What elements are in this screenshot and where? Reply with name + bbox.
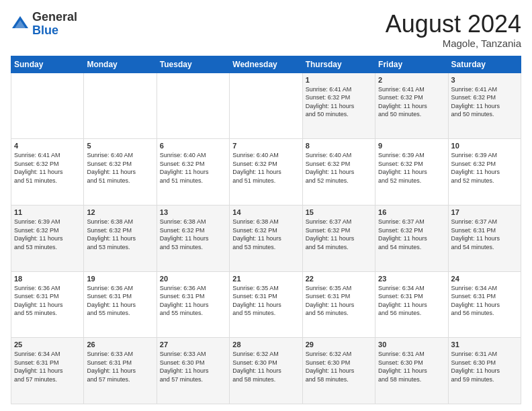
calendar-cell: 5Sunrise: 6:40 AM Sunset: 6:32 PM Daylig… — [84, 139, 157, 205]
day-number: 8 — [306, 142, 372, 150]
calendar-cell: 31Sunrise: 6:31 AM Sunset: 6:30 PM Dayli… — [448, 338, 521, 404]
calendar-week-4: 25Sunrise: 6:34 AM Sunset: 6:31 PM Dayli… — [11, 338, 521, 404]
day-info: Sunrise: 6:35 AM Sunset: 6:31 PM Dayligh… — [232, 284, 299, 318]
day-info: Sunrise: 6:34 AM Sunset: 6:31 PM Dayligh… — [378, 284, 445, 318]
calendar-table: SundayMondayTuesdayWednesdayThursdayFrid… — [11, 56, 521, 404]
logo-icon — [11, 15, 30, 34]
calendar-cell: 28Sunrise: 6:32 AM Sunset: 6:30 PM Dayli… — [230, 338, 302, 404]
calendar-cell: 15Sunrise: 6:37 AM Sunset: 6:32 PM Dayli… — [302, 205, 375, 271]
day-info: Sunrise: 6:31 AM Sunset: 6:30 PM Dayligh… — [378, 350, 445, 383]
day-info: Sunrise: 6:32 AM Sunset: 6:30 PM Dayligh… — [232, 350, 299, 383]
day-number: 27 — [160, 340, 226, 349]
calendar-week-1: 4Sunrise: 6:41 AM Sunset: 6:32 PM Daylig… — [11, 139, 521, 205]
day-info: Sunrise: 6:36 AM Sunset: 6:31 PM Dayligh… — [87, 284, 153, 318]
day-info: Sunrise: 6:33 AM Sunset: 6:30 PM Dayligh… — [160, 350, 226, 383]
month-year: August 2024 — [386, 11, 521, 38]
day-info: Sunrise: 6:39 AM Sunset: 6:32 PM Dayligh… — [14, 218, 81, 251]
day-info: Sunrise: 6:36 AM Sunset: 6:31 PM Dayligh… — [14, 284, 81, 318]
day-info: Sunrise: 6:40 AM Sunset: 6:32 PM Dayligh… — [160, 151, 226, 185]
calendar-header-friday: Friday — [375, 56, 448, 73]
day-number: 14 — [232, 208, 299, 216]
calendar-header-row: SundayMondayTuesdayWednesdayThursdayFrid… — [11, 56, 521, 73]
calendar-cell: 14Sunrise: 6:38 AM Sunset: 6:32 PM Dayli… — [230, 205, 302, 271]
day-info: Sunrise: 6:41 AM Sunset: 6:32 PM Dayligh… — [378, 85, 445, 119]
calendar-header-monday: Monday — [84, 56, 157, 73]
calendar-header-thursday: Thursday — [302, 56, 375, 73]
calendar-cell: 29Sunrise: 6:32 AM Sunset: 6:30 PM Dayli… — [302, 338, 375, 404]
day-info: Sunrise: 6:41 AM Sunset: 6:32 PM Dayligh… — [451, 85, 518, 119]
day-number: 25 — [14, 340, 81, 349]
calendar-cell: 19Sunrise: 6:36 AM Sunset: 6:31 PM Dayli… — [84, 271, 157, 338]
calendar-cell: 21Sunrise: 6:35 AM Sunset: 6:31 PM Dayli… — [230, 271, 302, 338]
day-number: 7 — [232, 142, 299, 150]
day-info: Sunrise: 6:34 AM Sunset: 6:31 PM Dayligh… — [451, 284, 518, 318]
title-block: August 2024 Magole, Tanzania — [386, 11, 521, 49]
day-info: Sunrise: 6:31 AM Sunset: 6:30 PM Dayligh… — [451, 350, 518, 383]
day-number: 23 — [378, 275, 445, 283]
day-number: 18 — [14, 275, 81, 283]
calendar-cell: 30Sunrise: 6:31 AM Sunset: 6:30 PM Dayli… — [375, 338, 448, 404]
day-info: Sunrise: 6:40 AM Sunset: 6:32 PM Dayligh… — [232, 151, 299, 185]
day-number: 26 — [87, 340, 153, 349]
day-number: 5 — [87, 142, 153, 150]
day-number: 29 — [306, 340, 372, 349]
calendar-cell: 24Sunrise: 6:34 AM Sunset: 6:31 PM Dayli… — [448, 271, 521, 338]
day-number: 10 — [451, 142, 518, 150]
day-info: Sunrise: 6:32 AM Sunset: 6:30 PM Dayligh… — [306, 350, 372, 383]
day-number: 28 — [232, 340, 299, 349]
day-info: Sunrise: 6:36 AM Sunset: 6:31 PM Dayligh… — [160, 284, 226, 318]
day-number: 24 — [451, 275, 518, 283]
day-info: Sunrise: 6:38 AM Sunset: 6:32 PM Dayligh… — [232, 218, 299, 251]
calendar-cell: 10Sunrise: 6:39 AM Sunset: 6:32 PM Dayli… — [448, 139, 521, 205]
calendar-cell: 3Sunrise: 6:41 AM Sunset: 6:32 PM Daylig… — [448, 73, 521, 139]
day-number: 1 — [306, 76, 372, 84]
calendar-cell — [84, 73, 157, 139]
calendar-week-0: 1Sunrise: 6:41 AM Sunset: 6:32 PM Daylig… — [11, 73, 521, 139]
day-info: Sunrise: 6:40 AM Sunset: 6:32 PM Dayligh… — [87, 151, 153, 185]
logo-blue: Blue — [32, 24, 58, 37]
calendar-cell: 7Sunrise: 6:40 AM Sunset: 6:32 PM Daylig… — [230, 139, 302, 205]
day-number: 21 — [232, 275, 299, 283]
day-number: 9 — [378, 142, 445, 150]
day-number: 22 — [306, 275, 372, 283]
calendar-header-tuesday: Tuesday — [157, 56, 229, 73]
day-number: 4 — [14, 142, 81, 150]
day-number: 6 — [160, 142, 226, 150]
calendar-header-saturday: Saturday — [448, 56, 521, 73]
day-info: Sunrise: 6:39 AM Sunset: 6:32 PM Dayligh… — [451, 151, 518, 185]
calendar-cell — [157, 73, 229, 139]
day-number: 11 — [14, 208, 81, 216]
header: General Blue August 2024 Magole, Tanzani… — [11, 11, 521, 49]
calendar-cell: 1Sunrise: 6:41 AM Sunset: 6:32 PM Daylig… — [302, 73, 375, 139]
day-info: Sunrise: 6:35 AM Sunset: 6:31 PM Dayligh… — [306, 284, 372, 318]
day-info: Sunrise: 6:34 AM Sunset: 6:31 PM Dayligh… — [14, 350, 81, 383]
calendar-week-2: 11Sunrise: 6:39 AM Sunset: 6:32 PM Dayli… — [11, 205, 521, 271]
day-number: 16 — [378, 208, 445, 216]
calendar-cell: 6Sunrise: 6:40 AM Sunset: 6:32 PM Daylig… — [157, 139, 229, 205]
calendar-cell: 8Sunrise: 6:40 AM Sunset: 6:32 PM Daylig… — [302, 139, 375, 205]
day-number: 19 — [87, 275, 153, 283]
day-number: 2 — [378, 76, 445, 84]
day-info: Sunrise: 6:37 AM Sunset: 6:32 PM Dayligh… — [306, 218, 372, 251]
calendar-cell: 26Sunrise: 6:33 AM Sunset: 6:31 PM Dayli… — [84, 338, 157, 404]
day-info: Sunrise: 6:38 AM Sunset: 6:32 PM Dayligh… — [160, 218, 226, 251]
logo: General Blue — [11, 11, 77, 38]
day-info: Sunrise: 6:40 AM Sunset: 6:32 PM Dayligh… — [306, 151, 372, 185]
calendar-cell: 23Sunrise: 6:34 AM Sunset: 6:31 PM Dayli… — [375, 271, 448, 338]
calendar-cell: 25Sunrise: 6:34 AM Sunset: 6:31 PM Dayli… — [11, 338, 84, 404]
calendar-cell: 12Sunrise: 6:38 AM Sunset: 6:32 PM Dayli… — [84, 205, 157, 271]
logo-general: General — [32, 10, 77, 24]
day-number: 30 — [378, 340, 445, 349]
day-info: Sunrise: 6:38 AM Sunset: 6:32 PM Dayligh… — [87, 218, 153, 251]
day-info: Sunrise: 6:37 AM Sunset: 6:32 PM Dayligh… — [378, 218, 445, 251]
calendar-week-3: 18Sunrise: 6:36 AM Sunset: 6:31 PM Dayli… — [11, 271, 521, 338]
calendar-cell: 13Sunrise: 6:38 AM Sunset: 6:32 PM Dayli… — [157, 205, 229, 271]
calendar-header-wednesday: Wednesday — [230, 56, 302, 73]
day-info: Sunrise: 6:37 AM Sunset: 6:31 PM Dayligh… — [451, 218, 518, 251]
calendar-cell — [230, 73, 302, 139]
day-info: Sunrise: 6:33 AM Sunset: 6:31 PM Dayligh… — [87, 350, 153, 383]
day-number: 3 — [451, 76, 518, 84]
calendar-header-sunday: Sunday — [11, 56, 84, 73]
calendar-cell: 9Sunrise: 6:39 AM Sunset: 6:32 PM Daylig… — [375, 139, 448, 205]
logo-text: General Blue — [32, 11, 77, 38]
